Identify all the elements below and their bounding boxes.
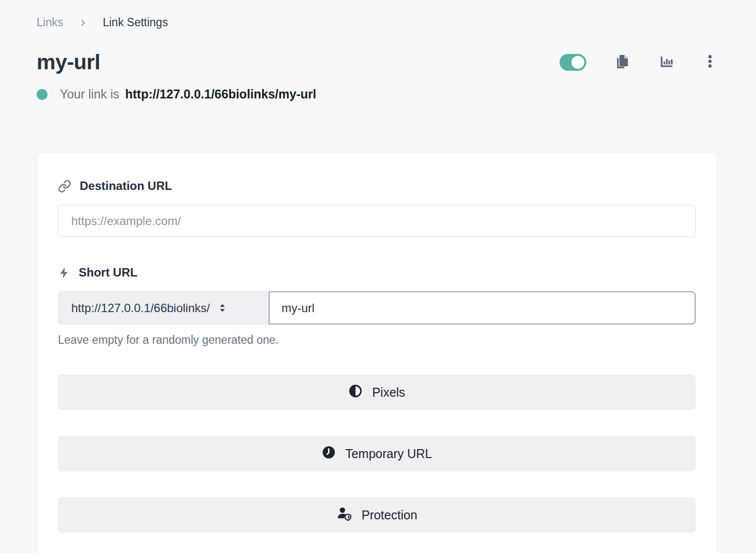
short-url-label: Short URL <box>58 266 696 279</box>
link-enabled-toggle[interactable] <box>560 54 586 71</box>
breadcrumb: Links Link Settings <box>37 16 717 29</box>
status-prefix: Your link is <box>60 87 119 101</box>
pixels-button[interactable]: Pixels <box>58 374 696 410</box>
destination-url-section: Destination URL <box>58 179 696 237</box>
updown-arrows-icon <box>218 302 227 314</box>
destination-url-label: Destination URL <box>58 179 696 193</box>
short-url-label-text: Short URL <box>79 266 138 279</box>
bar-chart-icon <box>658 53 674 71</box>
short-url-domain-select[interactable]: http://127.0.0.1/66biolinks/ <box>58 291 269 324</box>
status-url: http://127.0.0.1/66biolinks/my-url <box>125 87 316 101</box>
short-url-input-group: http://127.0.0.1/66biolinks/ <box>58 291 696 324</box>
clock-icon <box>322 445 336 462</box>
bolt-icon <box>58 267 70 279</box>
link-settings-page: Links Link Settings my-url <box>0 0 756 553</box>
pixels-button-label: Pixels <box>372 385 405 400</box>
page-title: my-url <box>37 50 100 74</box>
short-url-domain-text: http://127.0.0.1/66biolinks/ <box>71 301 210 315</box>
temporary-url-button[interactable]: Temporary URL <box>58 436 696 471</box>
link-settings-card: Destination URL Short URL http://127.0.0… <box>37 152 717 553</box>
short-url-help-text: Leave empty for a randomly generated one… <box>58 333 696 347</box>
title-row: my-url <box>37 50 717 74</box>
kebab-menu-icon <box>703 54 717 70</box>
statistics-button[interactable] <box>658 53 674 71</box>
breadcrumb-links[interactable]: Links <box>37 16 63 29</box>
link-icon <box>58 180 71 193</box>
short-url-input[interactable] <box>269 291 696 324</box>
collapse-button-stack: Pixels Temporary URL <box>58 374 696 533</box>
short-url-section: Short URL http://127.0.0.1/66biolinks/ L… <box>58 266 696 347</box>
link-status-row: Your link is http://127.0.0.1/66biolinks… <box>37 87 717 101</box>
destination-url-label-text: Destination URL <box>80 179 172 193</box>
toggle-knob <box>571 56 584 69</box>
copy-icon <box>614 54 630 71</box>
chevron-right-icon <box>78 18 88 28</box>
copy-link-button[interactable] <box>614 54 630 71</box>
contrast-icon <box>348 384 363 401</box>
protection-button-label: Protection <box>362 508 418 522</box>
breadcrumb-link-settings: Link Settings <box>103 16 168 29</box>
more-options-button[interactable] <box>703 54 717 70</box>
user-shield-icon <box>336 506 352 524</box>
temporary-url-button-label: Temporary URL <box>345 447 432 461</box>
status-dot <box>37 89 47 100</box>
protection-button[interactable]: Protection <box>58 497 696 533</box>
header-actions <box>560 53 717 71</box>
destination-url-input[interactable] <box>58 205 696 237</box>
